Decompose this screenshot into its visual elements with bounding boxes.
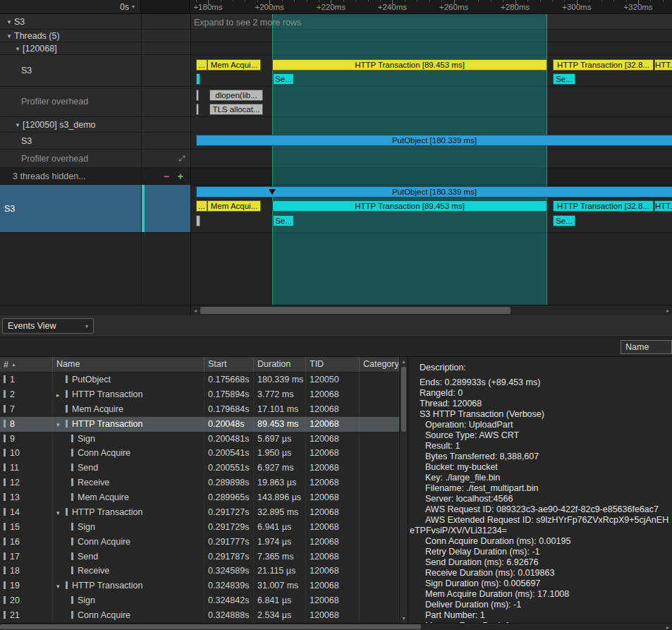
event-color-tick xyxy=(71,493,73,501)
timeline-hscrollbar[interactable]: ◂ ▸ xyxy=(0,305,672,315)
timeline-bar[interactable]: dlopen(lib... xyxy=(209,90,263,101)
timeline-bar[interactable]: Se... xyxy=(553,215,575,226)
timeline-bar[interactable]: PutObject [180.339 ms] xyxy=(196,186,672,198)
bottom-hscrollbar[interactable]: ▸ xyxy=(0,623,672,630)
timeline-row-120050-s3-demo[interactable]: ▾[120050] s3_demo xyxy=(0,117,190,133)
timeline-bar[interactable]: HTTP Transaction [89.453 ms] xyxy=(272,59,547,71)
scroll-left-icon[interactable]: ◂ xyxy=(192,308,199,314)
description-line: Operation: UploadPart xyxy=(420,420,669,430)
scrollbar-thumb[interactable] xyxy=(0,624,421,629)
timeline-header-gutter xyxy=(141,0,190,13)
timeline-bar[interactable]: ... xyxy=(196,59,207,71)
timeline-bar[interactable]: Mem Acqui... xyxy=(207,59,261,71)
timeline-row-profiler-overhead[interactable]: Profiler overhead⤢ xyxy=(0,150,190,168)
event-row[interactable]: 7Mem Acquire0.179684s17.101 ms120068 xyxy=(0,402,399,417)
timeline-row-3-threads-hidden[interactable]: 3 threads hidden...−+ xyxy=(0,168,190,185)
event-row[interactable]: 16Conn Acquire0.291777s1.974 µs120068 xyxy=(0,535,399,550)
event-row[interactable]: 1PutObject0.175668s180.339 ms120050 xyxy=(0,372,399,387)
chevron-down-icon[interactable]: ▾ xyxy=(4,18,14,25)
scroll-right-icon[interactable]: ▸ xyxy=(664,308,671,314)
chevron-down-icon[interactable]: ▾ xyxy=(56,418,66,432)
ruler-tick xyxy=(380,0,381,2)
timeline-bar[interactable]: HTTP Transaction [32.8... xyxy=(553,59,654,71)
timescale-dropdown[interactable]: 0s ▾ xyxy=(120,2,135,12)
column-header-duration[interactable]: Duration xyxy=(254,357,306,372)
event-row[interactable]: 21Conn Acquire0.324888s2.534 µs120068 xyxy=(0,608,399,623)
popout-icon[interactable]: ⤢ xyxy=(178,154,185,163)
time-ruler[interactable]: +180ms+200ms+220ms+240ms+260ms+280ms+300… xyxy=(190,0,672,13)
timeline-bar[interactable]: HTT... xyxy=(654,59,672,71)
timeline-bar[interactable]: HTTP Transaction [89.453 ms] xyxy=(272,200,547,212)
event-duration-cell: 7.365 ms xyxy=(254,550,306,564)
column-header-name[interactable]: Name xyxy=(53,357,204,372)
chevron-down-icon: ▾ xyxy=(132,4,135,10)
row-label: Profiler overhead xyxy=(21,154,88,164)
event-name-cell: PutObject xyxy=(53,372,204,387)
event-row[interactable]: 8▾HTTP Transaction0.20048s89.453 ms12006… xyxy=(0,417,399,432)
scroll-right-icon[interactable]: ▸ xyxy=(664,624,671,630)
event-row[interactable]: 12Receive0.289898s19.863 µs120068 xyxy=(0,475,399,490)
chevron-down-icon[interactable]: ▾ xyxy=(4,32,14,40)
timeline-bar[interactable]: TLS allocat... xyxy=(209,104,263,115)
name-filter-field[interactable]: Name xyxy=(621,340,672,354)
event-tid-cell: 120068 xyxy=(306,402,360,417)
event-row[interactable]: 11Send0.200551s6.927 ms120068 xyxy=(0,461,399,475)
timeline-bar[interactable]: Se... xyxy=(273,215,294,226)
scrollbar-thumb[interactable] xyxy=(401,367,406,432)
ruler-tick xyxy=(527,0,528,2)
event-row[interactable]: 15Sign0.291729s6.941 µs120068 xyxy=(0,520,399,535)
timeline-bar[interactable]: HTTP Transaction [32.8... xyxy=(553,200,654,212)
selection-band[interactable] xyxy=(272,14,547,305)
event-row[interactable]: 10Conn Acquire0.200541s1.950 µs120068 xyxy=(0,446,399,461)
scroll-up-icon[interactable]: ▴ xyxy=(400,358,408,365)
chevron-down-icon[interactable]: ▾ xyxy=(56,506,66,520)
description-line: Ends: 0.289933s (+89.453 ms) xyxy=(420,377,669,388)
event-row[interactable]: 18Receive0.324589s21.115 µs120068 xyxy=(0,564,399,578)
timeline-row-s3[interactable]: S3 xyxy=(0,133,190,150)
event-category-cell xyxy=(360,535,399,550)
scroll-down-icon[interactable]: ▾ xyxy=(400,615,408,622)
timeline-bar[interactable] xyxy=(196,215,200,226)
event-row[interactable]: 13Mem Acquire0.289965s143.896 µs120068 xyxy=(0,490,399,505)
timeline-bar[interactable]: Mem Acqui... xyxy=(207,200,261,212)
timeline-row-s3[interactable]: S3 xyxy=(0,55,190,87)
timeline-bar[interactable]: ... xyxy=(196,200,207,212)
timeline-row-s3[interactable]: ▾S3 xyxy=(0,14,190,30)
chevron-down-icon[interactable]: ▾ xyxy=(13,45,23,52)
column-header-category[interactable]: Category xyxy=(360,357,399,372)
timeline-canvas[interactable]: Expand to see 2 more rows ...Mem Acqui..… xyxy=(190,14,672,305)
remove-rows-icon[interactable]: − xyxy=(164,171,169,181)
scrollbar-thumb[interactable] xyxy=(200,307,511,314)
timeline-row-120068[interactable]: ▾[120068] xyxy=(0,42,190,55)
expand-notice[interactable]: Expand to see 2 more rows xyxy=(194,18,301,28)
timeline-row-s3[interactable]: S3 xyxy=(0,185,190,233)
event-row[interactable]: 19▾HTTP Transaction0.324839s31.007 ms120… xyxy=(0,578,399,593)
timeline-row-threads-5[interactable]: ▾Threads (5) xyxy=(0,30,190,42)
chevron-down-icon[interactable]: ▾ xyxy=(13,121,23,128)
event-row[interactable]: 17Send0.291787s7.365 ms120068 xyxy=(0,550,399,564)
event-row[interactable]: 2▸HTTP Transaction0.175894s3.772 ms12006… xyxy=(0,387,399,402)
events-view-dropdown[interactable]: Events View ▾ xyxy=(2,318,94,334)
column-header-start[interactable]: Start xyxy=(204,357,254,372)
event-row[interactable]: 14▾HTTP Transaction0.291727s32.895 ms120… xyxy=(0,505,399,520)
timeline-row-profiler-overhead[interactable]: Profiler overhead xyxy=(0,87,190,117)
add-rows-icon[interactable]: + xyxy=(178,171,183,181)
timeline-bar[interactable] xyxy=(196,90,199,101)
timeline-bar[interactable] xyxy=(196,73,200,85)
timeline-bar[interactable]: Se... xyxy=(273,73,294,85)
event-row[interactable]: 20Sign0.324842s6.841 µs120068 xyxy=(0,593,399,608)
timeline-bar[interactable]: PutObject [180.339 ms] xyxy=(196,135,672,146)
event-tid-cell: 120050 xyxy=(306,372,360,387)
scrollbar-track[interactable]: ◂ ▸ xyxy=(190,305,672,315)
timeline-bar[interactable]: HTT... xyxy=(654,200,672,212)
column-header-num[interactable]: #▲ xyxy=(0,357,53,372)
description-line: Conn Acquire Duration (ms): 0.00195 xyxy=(420,536,669,547)
event-tid-cell: 120068 xyxy=(306,490,360,505)
event-row[interactable]: 9Sign0.200481s5.697 µs120068 xyxy=(0,432,399,447)
column-header-tid[interactable]: TID xyxy=(306,357,360,372)
chevron-down-icon[interactable]: ▾ xyxy=(56,579,66,593)
events-table-scrollbar[interactable]: ▴ ▾ xyxy=(399,357,408,623)
timeline-bar[interactable]: Se... xyxy=(553,73,575,85)
chevron-right-icon[interactable]: ▸ xyxy=(56,388,66,402)
timeline-bar[interactable] xyxy=(196,104,199,115)
